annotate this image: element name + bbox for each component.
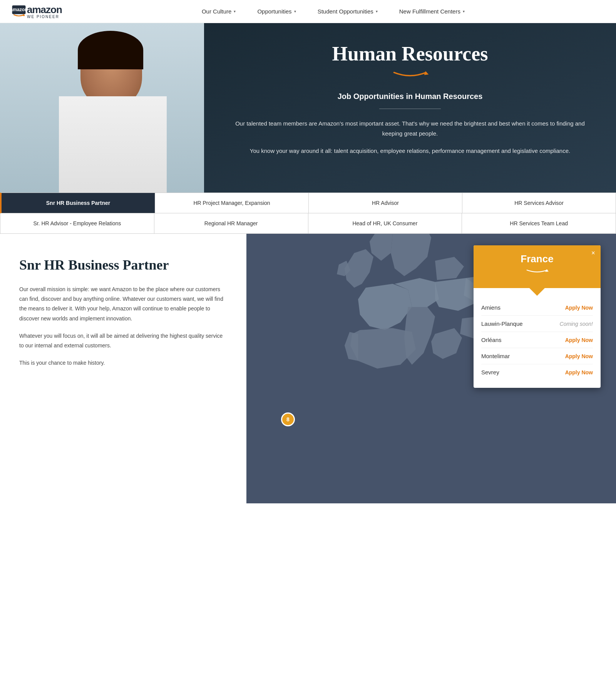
hero-content: Human Resources Job Opportunities in Hum…: [204, 23, 616, 193]
france-location-lauwin: Lauwin-Planque Coming soon!: [481, 316, 593, 332]
france-location-orleans: Orléans Apply Now: [481, 332, 593, 348]
tab-hr-services-advisor[interactable]: HR Services Advisor: [462, 193, 616, 213]
france-location-name-sevrey: Sevrey: [481, 369, 499, 375]
hero-subtitle: Job Opportunities in Human Resources: [227, 92, 593, 101]
tab-snr-hr-business-partner[interactable]: Snr HR Business Partner: [0, 193, 155, 213]
france-apply-montelimar-button[interactable]: Apply Now: [565, 353, 593, 359]
map-area: × France Amiens Apply Now Lauwin-Pl: [246, 234, 616, 503]
hero-image: [0, 23, 204, 193]
job-detail-title: Snr HR Business Partner: [19, 257, 227, 273]
logo-tagline: we pioneer: [27, 15, 62, 19]
tab-hr-project-manager[interactable]: HR Project Manager, Expansion: [155, 193, 309, 213]
france-apply-amiens-button[interactable]: Apply Now: [565, 305, 593, 311]
france-location-name-amiens: Amiens: [481, 304, 500, 311]
france-location-name-montelimar: Montelimar: [481, 353, 510, 359]
france-location-name-lauwin: Lauwin-Planque: [481, 320, 523, 327]
tab-sr-hr-advisor-employee-relations[interactable]: Sr. HR Advisor - Employee Relations: [0, 213, 154, 234]
france-smile-icon: [526, 268, 549, 275]
france-location-amiens: Amiens Apply Now: [481, 300, 593, 316]
france-location-montelimar: Montelimar Apply Now: [481, 348, 593, 364]
france-popup-arrow: [529, 288, 545, 296]
france-popup-title: France: [481, 253, 593, 265]
chevron-down-icon: ▾: [294, 9, 296, 13]
job-tabs-row-1: Snr HR Business Partner HR Project Manag…: [0, 193, 616, 213]
main-content: Snr HR Business Partner Our overall miss…: [0, 234, 616, 503]
map-background: × France Amiens Apply Now Lauwin-Pl: [246, 234, 616, 503]
tab-hr-advisor[interactable]: HR Advisor: [309, 193, 462, 213]
hero-section: Human Resources Job Opportunities in Hum…: [0, 23, 616, 193]
svg-marker-3: [424, 71, 429, 75]
france-location-sevrey: Sevrey Apply Now: [481, 364, 593, 380]
nav-opportunities[interactable]: Opportunities ▾: [246, 5, 306, 18]
navigation: amazon amazon we pioneer Our Culture ▾ O…: [0, 0, 616, 23]
hero-paragraph-2: You know your way around it all: talent …: [227, 146, 593, 156]
logo-text: amazon: [27, 4, 62, 16]
job-detail-panel: Snr HR Business Partner Our overall miss…: [0, 234, 246, 503]
chevron-down-icon: ▾: [234, 9, 236, 13]
nav-student-opportunities[interactable]: Student Opportunities ▾: [307, 5, 388, 18]
nav-our-culture[interactable]: Our Culture ▾: [191, 5, 247, 18]
france-popup-body: Amiens Apply Now Lauwin-Planque Coming s…: [474, 296, 601, 388]
hero-divider: [379, 109, 441, 109]
france-location-name-orleans: Orléans: [481, 337, 502, 343]
map-cluster-iberia[interactable]: 8: [281, 412, 295, 426]
chevron-down-icon: ▾: [463, 9, 465, 13]
france-apply-orleans-button[interactable]: Apply Now: [565, 337, 593, 343]
job-tabs-row-2: Sr. HR Advisor - Employee Relations Regi…: [0, 213, 616, 234]
france-location-popup: × France Amiens Apply Now Lauwin-Pl: [474, 245, 601, 388]
job-detail-paragraph-1: Our overall mission is simple: we want A…: [19, 285, 227, 324]
amazon-smile-icon: [391, 69, 429, 80]
tab-head-of-hr-uk-consumer[interactable]: Head of HR, UK Consumer: [308, 213, 462, 234]
france-popup-header: × France: [474, 245, 601, 288]
tab-regional-hr-manager[interactable]: Regional HR Manager: [154, 213, 308, 234]
nav-fulfillment-centers[interactable]: New Fulfillment Centers ▾: [388, 5, 475, 18]
hero-title: Human Resources: [332, 42, 488, 65]
amazon-logo[interactable]: amazon amazon we pioneer: [12, 4, 62, 19]
nav-links: Our Culture ▾ Opportunities ▾ Student Op…: [62, 5, 604, 18]
chevron-down-icon: ▾: [376, 9, 378, 13]
france-coming-soon-lauwin: Coming soon!: [560, 321, 593, 327]
svg-text:amazon: amazon: [12, 7, 26, 12]
hero-paragraph-1: Our talented team members are Amazon's m…: [227, 119, 593, 138]
job-detail-paragraph-2: Whatever you will focus on, it will all …: [19, 331, 227, 350]
amazon-logo-icon: amazon: [12, 4, 26, 19]
tab-hr-services-team-lead[interactable]: HR Services Team Lead: [462, 213, 616, 234]
job-detail-paragraph-3: This is your chance to make history.: [19, 358, 227, 368]
france-apply-sevrey-button[interactable]: Apply Now: [565, 369, 593, 375]
france-popup-close-button[interactable]: ×: [591, 249, 595, 257]
hero-person-photo: [0, 23, 204, 193]
